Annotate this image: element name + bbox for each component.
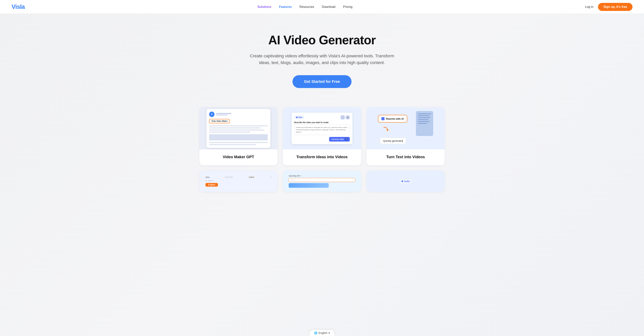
blog-image-strip (289, 183, 328, 188)
card1-lines-2 (209, 142, 268, 145)
visla-logo-icon: V (209, 112, 214, 117)
story-time: 0m 20s (228, 176, 233, 178)
card-video-maker-gpt: V Visla Video Maker (199, 107, 278, 165)
generate-video-button[interactable]: Generate Video ▼ (329, 137, 350, 142)
card-blog-image: Input blog URL * https:// (283, 171, 361, 192)
language-label[interactable]: English (318, 331, 327, 334)
audio-badge: Audio (399, 179, 412, 183)
english-badge: English (206, 183, 218, 187)
cards-section: V Visla Video Maker (188, 100, 456, 192)
blog-placeholder: https:// (290, 179, 295, 181)
chevron-down-icon: ▾ (328, 331, 330, 334)
rewrite-ai-box: ✓ Rewrite with AI (378, 115, 407, 123)
text-cursor-icon (402, 140, 403, 142)
card3-label: Turn Text into Videos (366, 149, 445, 165)
card2-prompt-title: Describe the video you want to create (294, 121, 350, 124)
card2-image: Idea 💬 🤖 Describe the video you want to … (283, 107, 361, 149)
clock-icon: 🕐 (225, 176, 227, 178)
blog-url-label: Input blog URL * (289, 175, 355, 177)
nav-resources[interactable]: Resources (300, 5, 314, 9)
card-story-image: Story 🕐 0m 20s English ▾ ⊞ Scene 1 Engli… (199, 171, 278, 192)
card1-badge: Visla Video Maker (209, 119, 230, 123)
card3-image: ✓ Rewrite with AI Quickly generate (366, 107, 445, 149)
card1-lines (209, 125, 268, 133)
cards-row-bottom: Story 🕐 0m 20s English ▾ ⊞ Scene 1 Engli… (199, 171, 445, 192)
rewrite-label: Rewrite with AI (386, 117, 404, 120)
card1-label: Video Maker GPT (199, 149, 278, 165)
card1-inner: V Visla Video Maker (206, 109, 271, 148)
language-bar: 🌐 English ▾ (310, 330, 334, 336)
nav-download[interactable]: Download (322, 5, 336, 9)
blog-inner: Input blog URL * https:// (287, 173, 357, 190)
audio-dot-icon (402, 180, 403, 182)
story-inner: Story 🕐 0m 20s English ▾ ⊞ Scene 1 Engli… (203, 174, 274, 189)
card-story: Story 🕐 0m 20s English ▾ ⊞ Scene 1 Engli… (199, 171, 278, 192)
dropdown-arrow-icon: ▼ (345, 138, 348, 141)
card2-textarea: Include any information to help tailor t… (294, 125, 350, 135)
card1-image: V Visla Video Maker (199, 107, 278, 149)
card2-icon2: 🤖 (346, 115, 350, 120)
navbar: Visla Solutions Features Resources Downl… (0, 0, 644, 14)
card-blog: Input blog URL * https:// (283, 171, 361, 192)
card3-doc-back (416, 111, 433, 136)
card-audio: Audio (366, 171, 445, 192)
story-header: Story 🕐 0m 20s English ▾ (206, 176, 271, 178)
chevron-down-icon: ▾ (270, 176, 272, 178)
card-transform-ideas: Idea 💬 🤖 Describe the video you want to … (283, 107, 361, 165)
login-link[interactable]: Log in (585, 5, 594, 9)
grid-icon: ⊞ (206, 180, 207, 182)
card-turn-text: ✓ Rewrite with AI Quickly generate Turn … (366, 107, 445, 165)
card2-header: Idea 💬 🤖 (294, 115, 350, 120)
cards-row-top: V Visla Video Maker (199, 107, 445, 165)
card2-label: Transform Ideas into Videos (283, 149, 361, 165)
cta-button[interactable]: Get Started for Free (292, 75, 352, 88)
logo[interactable]: Visla (12, 3, 25, 10)
card1-image-placeholder (209, 134, 268, 140)
card2-icon1: 💬 (340, 115, 345, 120)
blog-url-input[interactable]: https:// (289, 178, 355, 182)
globe-icon: 🌐 (314, 331, 318, 334)
card1-header: V (209, 112, 268, 117)
nav-pricing[interactable]: Pricing (343, 5, 352, 9)
card-audio-image: Audio (366, 171, 445, 192)
story-scene: ⊞ Scene 1 (206, 180, 271, 182)
hero-title: AI Video Generator (8, 33, 636, 47)
nav-right: Log in Sign up, It's free (585, 3, 632, 11)
signup-button[interactable]: Sign up, It's free (598, 3, 632, 11)
checkbox-icon: ✓ (382, 117, 384, 120)
card2-inner: Idea 💬 🤖 Describe the video you want to … (292, 113, 352, 144)
nav-solutions[interactable]: Solutions (258, 5, 272, 9)
story-time-row: 🕐 0m 20s (225, 176, 233, 178)
card2-button-row: Generate Video ▼ (294, 137, 350, 142)
hero-section: AI Video Generator Create captivating vi… (0, 14, 644, 100)
quickly-generate-box: Quickly generate (380, 138, 406, 144)
idea-badge: Idea (294, 115, 304, 119)
idea-dot-icon (296, 117, 298, 118)
audio-inner: Audio (397, 177, 414, 185)
nav-features[interactable]: Features (279, 5, 292, 9)
story-type-label: Story (206, 176, 210, 178)
story-lang-badge: English (248, 176, 255, 178)
arrow-icon (382, 126, 389, 134)
hero-subtitle: Create captivating videos effortlessly w… (249, 53, 395, 66)
